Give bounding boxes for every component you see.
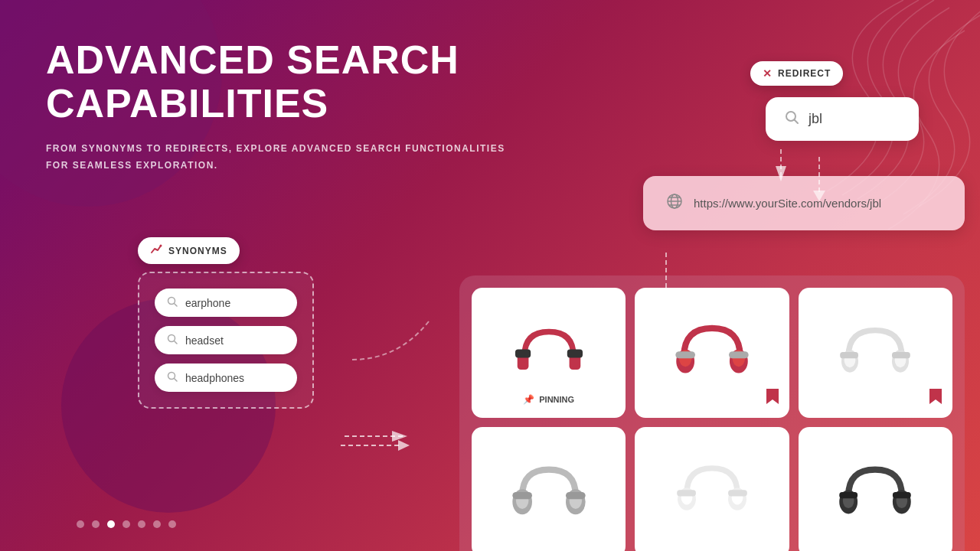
svg-line-5 [175,341,178,344]
svg-rect-29 [675,351,695,358]
synonyms-panel: SYNONYMS earphone headset [138,237,314,409]
svg-rect-47 [677,490,696,496]
arrow-down-redirect [808,157,831,206]
main-content: Advanced Search Capabilities FROM SYNONY… [0,0,980,251]
pin-icon: 📌 [523,394,534,405]
product-card-5[interactable] [635,427,789,551]
svg-marker-20 [660,289,672,300]
svg-rect-48 [728,490,747,496]
pagination-dot-1[interactable] [77,520,84,528]
svg-rect-53 [840,492,858,498]
synonym-earphone-text: earphone [185,297,230,309]
headphone-black [833,450,917,534]
pagination [77,520,176,528]
svg-rect-41 [512,492,532,499]
pagination-dot-3[interactable] [107,520,115,528]
svg-rect-30 [729,351,749,358]
page-subtitle: FROM SYNONYMS TO REDIRECTS, EXPLORE ADVA… [46,141,582,174]
svg-marker-9 [398,440,410,451]
arrow-right-synonyms [341,434,417,460]
pinning-label: PINNING [539,395,574,404]
product-card-3[interactable] [799,288,952,418]
synonym-headset-text: headset [185,334,224,347]
pagination-dot-4[interactable] [122,520,130,528]
synonym-item-headset[interactable]: headset [155,326,297,354]
headphone-grey-1 [507,450,591,534]
pagination-dot-5[interactable] [138,520,145,528]
pagination-dot-6[interactable] [153,520,161,528]
svg-rect-35 [840,352,858,358]
svg-marker-13 [813,191,825,201]
headphone-red-large [670,311,754,395]
svg-rect-42 [566,492,586,499]
search-icon-headset [167,334,178,347]
svg-rect-24 [567,349,582,357]
synonym-headphones-text: headphones [185,372,244,384]
product-card-1[interactable]: 📌 PINNING [472,288,626,418]
search-icon-headphones [167,371,178,384]
synonym-item-headphones[interactable]: headphones [155,364,297,392]
product-grid-container: 📌 PINNING [459,276,965,551]
bookmark-icon-3[interactable] [929,389,942,407]
pinning-badge: 📌 PINNING [514,390,583,409]
svg-line-3 [175,304,178,307]
headphone-white [833,311,917,395]
pagination-dot-7[interactable] [168,520,176,528]
product-card-4[interactable] [472,427,626,551]
product-grid: 📌 PINNING [472,288,952,551]
bookmark-icon-2[interactable] [766,389,779,407]
headphone-white-2 [670,450,754,534]
arrow-down-url [655,253,678,305]
pagination-dot-2[interactable] [92,520,100,528]
product-card-6[interactable] [799,427,952,551]
synonym-item-earphone[interactable]: earphone [155,289,297,317]
synonyms-dashed-box: earphone headset headphones [138,272,314,409]
search-icon-earphone [167,296,178,309]
svg-rect-54 [893,492,911,498]
page-title: Advanced Search Capabilities [46,38,643,126]
product-card-2[interactable] [635,288,789,418]
svg-line-7 [175,379,178,382]
headphone-red-small [507,311,591,395]
svg-rect-36 [892,352,910,358]
svg-rect-23 [515,349,531,357]
